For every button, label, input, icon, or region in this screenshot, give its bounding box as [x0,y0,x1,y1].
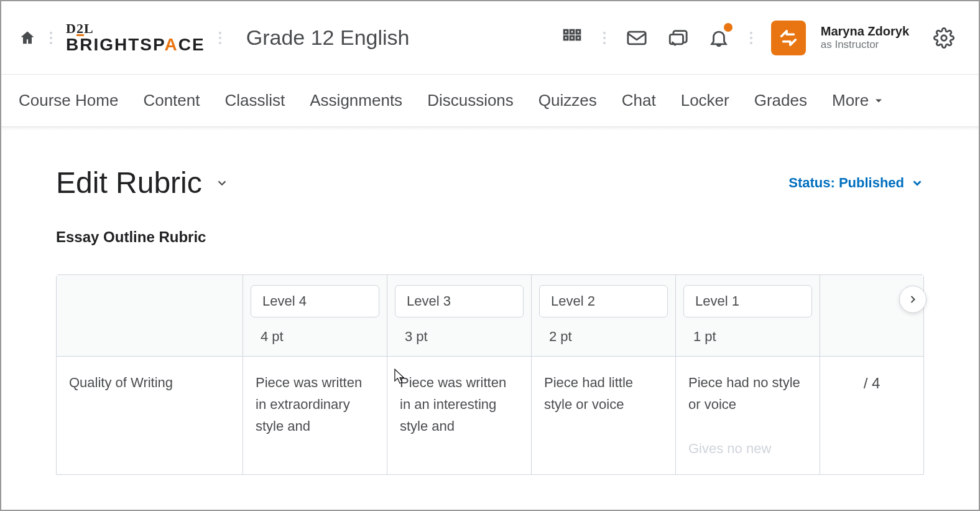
chevron-right-icon [907,293,919,306]
criterion-name-cell[interactable]: Quality of Writing [57,357,243,474]
svg-rect-4 [570,36,574,40]
nav-course-home[interactable]: Course Home [19,91,118,110]
criterion-level-cell[interactable]: Piece was written in an interesting styl… [387,357,532,474]
page-title-wrap: Edit Rubric [56,166,231,200]
svg-rect-2 [576,30,580,34]
logo-brightspace: BRIGHTSPACE [66,36,205,54]
settings-icon[interactable] [927,21,961,55]
nav-chat[interactable]: Chat [622,91,656,110]
chevron-down-icon [215,176,229,190]
rubric-level-header: 4 pt [243,275,387,357]
rubric-table: 4 pt 3 pt 2 pt 1 pt Quality of Writing P… [56,274,924,475]
criterion-level-cell[interactable]: Piece was written in extraordinary style… [243,357,387,474]
user-menu[interactable]: Maryna Zdoryk as Instructor [821,24,909,51]
level-name-input[interactable] [395,285,524,317]
criterion-level-cell[interactable]: Piece had little style or voice [532,357,676,474]
topbar: D2L BRIGHTSPACE Grade 12 English Maryna … [1,1,979,75]
criterion-name: Quality of Writing [69,375,173,390]
chevron-down-icon [872,95,885,107]
divider-dots [750,32,752,44]
criterion-level-cell[interactable]: Piece had no style or voice Gives no new [676,357,820,474]
subscriptions-icon[interactable] [660,21,695,55]
chevron-down-icon [910,176,924,190]
status-label: Status: Published [788,175,904,191]
app-switcher-icon[interactable] [555,21,589,55]
divider-dots [219,32,221,44]
home-icon[interactable] [19,29,36,47]
level-name-input[interactable] [251,285,379,317]
notifications-icon[interactable] [701,21,736,55]
divider-dots [50,32,52,44]
criterion-score-cell[interactable]: / 4 [820,357,923,474]
rubric-level-header: 1 pt [676,275,820,357]
level-points: 1 pt [693,329,812,345]
level-name-input[interactable] [539,285,668,317]
course-nav: Course Home Content Classlist Assignment… [1,75,979,127]
nav-more-label: More [832,91,869,110]
rubric-level-header: 3 pt [387,275,532,357]
nav-grades[interactable]: Grades [754,91,807,110]
svg-rect-1 [570,30,574,34]
nav-assignments[interactable]: Assignments [310,91,402,110]
page-title: Edit Rubric [56,166,202,200]
messages-icon[interactable] [619,21,654,55]
svg-rect-6 [628,32,645,44]
page-title-dropdown[interactable] [213,174,231,192]
rubric-criteria-header [57,275,243,357]
svg-rect-5 [576,36,580,40]
nav-discussions[interactable]: Discussions [427,91,514,110]
level-points: 2 pt [549,329,668,345]
svg-rect-0 [564,30,568,34]
user-role: as Instructor [821,39,909,51]
main-content: Edit Rubric Status: Published Essay Outl… [1,131,979,475]
scroll-right-button[interactable] [899,286,927,313]
notification-badge [724,23,733,32]
divider-dots [603,32,606,44]
course-title[interactable]: Grade 12 English [246,26,410,50]
brightspace-logo[interactable]: D2L BRIGHTSPACE [66,22,205,54]
user-name: Maryna Zdoryk [821,24,909,39]
nav-more[interactable]: More [832,91,885,110]
level-points: 3 pt [405,329,524,345]
svg-point-8 [941,35,947,40]
level-name-input[interactable] [683,285,812,317]
level-points: 4 pt [261,329,379,345]
nav-quizzes[interactable]: Quizzes [539,91,597,110]
rubric-name: Essay Outline Rubric [56,228,924,246]
svg-rect-3 [564,36,568,40]
role-switch-button[interactable] [771,21,806,55]
rubric-level-header: 2 pt [532,275,676,357]
logo-d2l: D2L [66,22,205,37]
status-dropdown[interactable]: Status: Published [788,175,924,191]
nav-content[interactable]: Content [143,91,200,110]
nav-classlist[interactable]: Classlist [224,91,285,110]
nav-locker[interactable]: Locker [681,91,729,110]
